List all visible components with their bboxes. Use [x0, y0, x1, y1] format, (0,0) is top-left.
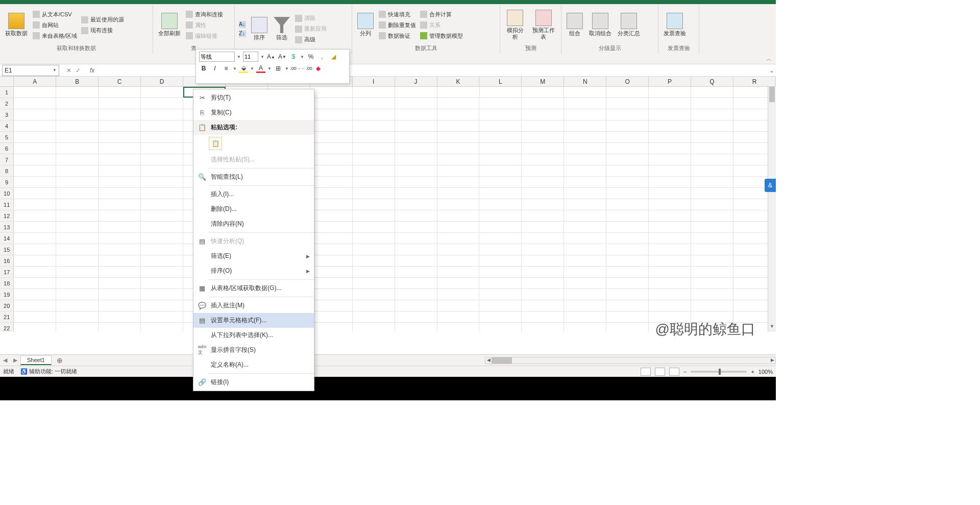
cell[interactable] — [310, 210, 353, 221]
cell[interactable] — [99, 143, 141, 154]
font-color-button[interactable]: A — [256, 64, 265, 73]
cell[interactable] — [141, 244, 183, 255]
cell[interactable] — [437, 222, 480, 232]
cell[interactable] — [522, 177, 564, 187]
cell[interactable] — [14, 87, 56, 98]
cell[interactable] — [691, 143, 733, 154]
sort-submenu[interactable]: 排序(O)▶ — [193, 263, 314, 278]
cell[interactable] — [56, 132, 99, 142]
row-header[interactable]: 16 — [0, 255, 14, 266]
cell[interactable] — [395, 255, 437, 266]
cell[interactable] — [606, 98, 649, 109]
cell[interactable] — [99, 188, 141, 199]
cell[interactable] — [395, 132, 437, 142]
cell[interactable] — [479, 177, 522, 187]
cell[interactable] — [437, 278, 480, 288]
get-table-data-menu-item[interactable]: ▦从表格/区域获取数据(G)... — [193, 281, 314, 296]
insert-comment-menu-item[interactable]: 💬插入批注(M) — [193, 298, 314, 313]
cell[interactable] — [99, 132, 141, 142]
fill-color-button[interactable]: ⬙ — [239, 64, 248, 73]
cell[interactable] — [564, 109, 606, 120]
cell[interactable] — [395, 244, 437, 255]
cell[interactable] — [437, 311, 480, 322]
row-header[interactable]: 20 — [0, 300, 14, 311]
enter-formula-button[interactable]: ✓ — [76, 67, 81, 74]
consolidate-button[interactable]: 合并计算 — [419, 10, 464, 19]
cell[interactable] — [522, 132, 564, 142]
column-header[interactable]: P — [649, 77, 691, 86]
cell[interactable] — [564, 165, 606, 176]
cell[interactable] — [564, 87, 606, 98]
cell[interactable] — [564, 177, 606, 187]
comma-button[interactable]: , — [317, 52, 327, 61]
cell[interactable] — [353, 143, 395, 154]
invoice-check-button[interactable]: 发票查验 — [662, 12, 688, 38]
cell[interactable] — [353, 109, 395, 120]
row-header[interactable]: 4 — [0, 121, 14, 131]
cell[interactable] — [310, 177, 353, 187]
collapse-ribbon-button[interactable]: ︿ — [766, 55, 772, 63]
refresh-all-button[interactable]: 全部刷新 — [156, 12, 183, 38]
column-header[interactable]: M — [522, 77, 564, 86]
filter-button[interactable]: 筛选 — [272, 16, 292, 42]
cell[interactable] — [522, 143, 564, 154]
cell[interactable] — [395, 267, 437, 277]
cell[interactable] — [649, 109, 691, 120]
edit-links-button[interactable]: 编辑链接 — [185, 32, 224, 40]
cell[interactable] — [522, 109, 564, 120]
cell[interactable] — [99, 233, 141, 244]
chevron-down-icon[interactable]: ▼ — [260, 55, 264, 59]
cell[interactable] — [479, 109, 522, 120]
cell[interactable] — [99, 121, 141, 131]
row-header[interactable]: 13 — [0, 222, 14, 232]
cell[interactable] — [437, 87, 480, 98]
cell[interactable] — [479, 132, 522, 142]
cell[interactable] — [479, 300, 522, 311]
cell[interactable] — [353, 165, 395, 176]
cell[interactable] — [56, 233, 99, 244]
cell[interactable] — [99, 87, 141, 98]
row-header[interactable]: 5 — [0, 132, 14, 142]
show-pinyin-menu-item[interactable]: wén文显示拼音字段(S) — [193, 343, 314, 357]
paste-default-button[interactable]: 📋 — [209, 137, 222, 150]
cell[interactable] — [691, 244, 733, 255]
row-header[interactable]: 10 — [0, 188, 14, 199]
cell[interactable] — [141, 255, 183, 266]
cell[interactable] — [564, 323, 606, 332]
cell[interactable] — [310, 255, 353, 266]
cell[interactable] — [564, 143, 606, 154]
cell[interactable] — [353, 177, 395, 187]
cell[interactable] — [353, 323, 395, 332]
increase-font-button[interactable]: A▲ — [266, 52, 276, 61]
cell[interactable] — [522, 222, 564, 232]
cell[interactable] — [310, 154, 353, 165]
cell[interactable] — [14, 289, 56, 300]
select-all-corner[interactable] — [0, 77, 14, 86]
cell[interactable] — [606, 300, 649, 311]
cell[interactable] — [56, 267, 99, 277]
cell[interactable] — [310, 222, 353, 232]
column-header[interactable]: D — [141, 77, 183, 86]
cell[interactable] — [606, 188, 649, 199]
cell[interactable] — [353, 154, 395, 165]
cell[interactable] — [353, 255, 395, 266]
cell[interactable] — [310, 188, 353, 199]
cell[interactable] — [14, 121, 56, 131]
cell[interactable] — [56, 210, 99, 221]
cell[interactable] — [99, 177, 141, 187]
cell[interactable] — [395, 87, 437, 98]
from-web-button[interactable]: 自网站 — [32, 21, 78, 30]
cell[interactable] — [56, 323, 99, 332]
cell[interactable] — [649, 143, 691, 154]
cell[interactable] — [649, 255, 691, 266]
cell[interactable] — [522, 244, 564, 255]
cell[interactable] — [141, 87, 183, 98]
cell[interactable] — [56, 165, 99, 176]
cell[interactable] — [310, 132, 353, 142]
from-text-csv-button[interactable]: 从文本/CSV — [32, 10, 78, 19]
cell[interactable] — [479, 165, 522, 176]
cell[interactable] — [606, 311, 649, 322]
cell[interactable] — [395, 323, 437, 332]
cell[interactable] — [564, 233, 606, 244]
name-box[interactable]: E1 ▼ — [2, 65, 59, 76]
